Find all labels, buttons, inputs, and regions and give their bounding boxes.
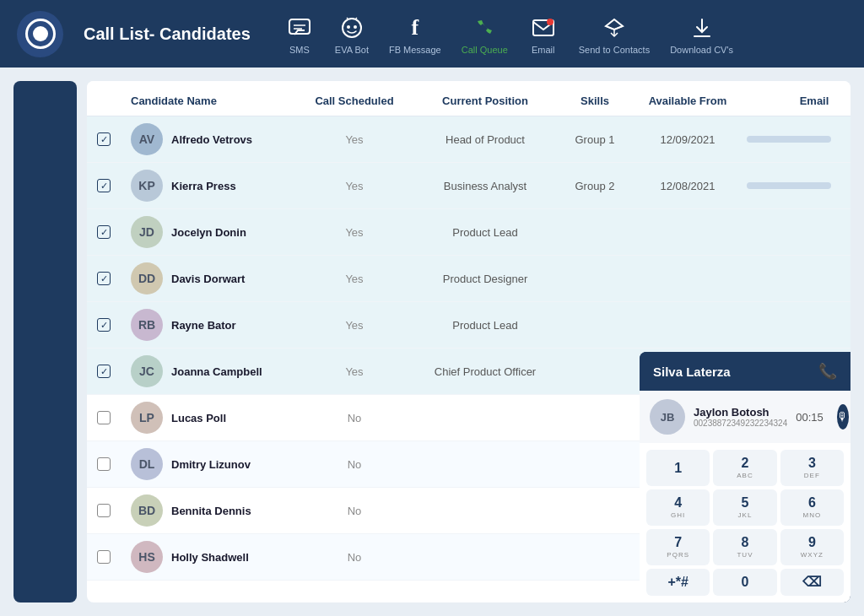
row-checkbox[interactable] xyxy=(97,457,111,471)
checkbox-cell[interactable] xyxy=(97,550,131,564)
dial-key-2[interactable]: 2ABC xyxy=(713,450,776,486)
dial-key-0[interactable]: 0 xyxy=(713,569,776,596)
dialer-contact-name: Silva Laterza xyxy=(653,365,731,379)
checkbox-cell[interactable]: ✓ xyxy=(97,132,131,146)
callqueue-label: Call Queue xyxy=(462,45,508,55)
table-row: ✓ AV Alfredo Vetrovs Yes Head of Product… xyxy=(87,116,850,163)
avatar: JD xyxy=(131,216,163,248)
position-cell: Product Designer xyxy=(409,273,561,285)
candidate-cell: LP Lucas Poll xyxy=(131,402,300,434)
checkbox-cell[interactable]: ✓ xyxy=(97,365,131,378)
col-call-scheduled: Call Scheduled xyxy=(300,95,409,107)
fb-label: FB Message xyxy=(389,45,441,55)
nav-sendcontacts[interactable]: Send to Contacts xyxy=(579,13,650,55)
call-scheduled-cell: Yes xyxy=(300,133,409,146)
avatar: HS xyxy=(131,541,163,573)
call-scheduled-cell: Yes xyxy=(300,319,409,332)
row-checkbox[interactable]: ✓ xyxy=(97,272,111,285)
dial-key-9[interactable]: 9WXYZ xyxy=(780,529,844,565)
candidate-cell: JD Jocelyn Donin xyxy=(131,216,300,248)
nav-fb[interactable]: f FB Message xyxy=(389,13,441,55)
dial-key-8[interactable]: 8TUV xyxy=(713,529,776,565)
email-cell xyxy=(747,182,850,189)
nav-callqueue[interactable]: Call Queue xyxy=(462,13,508,55)
dial-key-3[interactable]: 3DEF xyxy=(780,450,844,486)
dial-key-6[interactable]: 6MNO xyxy=(780,489,844,526)
callqueue-icon xyxy=(469,13,500,43)
table-header: Candidate Name Call Scheduled Current Po… xyxy=(87,81,850,116)
checkbox-cell[interactable]: ✓ xyxy=(97,225,131,239)
available-from-cell: 12/09/2021 xyxy=(629,133,747,146)
mic-button[interactable]: 🎙 xyxy=(837,404,849,430)
row-checkbox[interactable]: ✓ xyxy=(97,179,111,192)
sidebar-left xyxy=(14,81,77,602)
avatar: JC xyxy=(131,355,163,387)
dial-key-4[interactable]: 4GHI xyxy=(646,489,710,526)
dialer-body: 12ABC3DEF4GHI5JKL6MNO7PQRS8TUV9WXYZ+*#0⌫ xyxy=(640,443,850,602)
table-row: ✓ RB Rayne Bator Yes Product Lead xyxy=(87,302,850,349)
nav-downloadcv[interactable]: Download CV's xyxy=(670,13,733,55)
dial-key-1[interactable]: 1 xyxy=(646,450,710,486)
avatar: DL xyxy=(131,448,163,480)
candidate-name: Davis Dorwart xyxy=(171,273,245,285)
dial-key-+*#[interactable]: +*# xyxy=(646,569,710,596)
sms-icon xyxy=(284,13,315,43)
candidate-cell: DD Davis Dorwart xyxy=(131,262,300,294)
sendcontacts-icon xyxy=(599,13,629,43)
row-checkbox[interactable]: ✓ xyxy=(97,225,111,239)
caller-name: Jaylon Botosh xyxy=(694,406,787,419)
page-title: Call List- Candidates xyxy=(84,24,251,44)
evabot-label: EVA Bot xyxy=(335,45,369,55)
checkbox-cell[interactable] xyxy=(97,411,131,424)
email-cell xyxy=(747,136,850,143)
dialer-header: Silva Laterza 📞 xyxy=(640,352,850,391)
dial-key-7[interactable]: 7PQRS xyxy=(646,529,710,565)
call-scheduled-cell: Yes xyxy=(300,365,409,378)
checkbox-cell[interactable]: ✓ xyxy=(97,272,131,285)
candidate-name: Kierra Press xyxy=(171,180,236,192)
row-checkbox[interactable] xyxy=(97,550,111,564)
col-checkbox xyxy=(97,95,131,107)
sendcontacts-label: Send to Contacts xyxy=(579,45,650,55)
col-current-position: Current Position xyxy=(409,95,561,107)
caller-avatar: JB xyxy=(650,399,685,435)
skills-cell: Group 1 xyxy=(561,133,629,146)
dialer-phone-icon[interactable]: 📞 xyxy=(818,362,837,381)
checkbox-cell[interactable] xyxy=(97,457,131,471)
skills-cell: Group 2 xyxy=(561,180,629,192)
caller-number: 00238872349232234324 xyxy=(694,419,787,428)
position-cell: Product Lead xyxy=(409,319,561,332)
candidate-name: Lucas Poll xyxy=(171,412,226,424)
candidate-cell: RB Rayne Bator xyxy=(131,309,300,341)
col-available-from: Available From xyxy=(629,95,747,107)
row-checkbox[interactable] xyxy=(97,504,111,517)
dial-key-5[interactable]: 5JKL xyxy=(713,489,776,526)
row-checkbox[interactable]: ✓ xyxy=(97,132,111,146)
row-checkbox[interactable]: ✓ xyxy=(97,365,111,378)
row-checkbox[interactable]: ✓ xyxy=(97,318,111,332)
nav-email[interactable]: Email xyxy=(528,13,559,55)
call-scheduled-cell: Yes xyxy=(300,226,409,239)
candidate-name: Alfredo Vetrovs xyxy=(171,133,252,146)
checkbox-cell[interactable] xyxy=(97,504,131,517)
row-checkbox[interactable] xyxy=(97,411,111,424)
avatar: LP xyxy=(131,402,163,434)
sms-label: SMS xyxy=(289,45,310,55)
checkbox-cell[interactable]: ✓ xyxy=(97,179,131,192)
dial-key-⌫[interactable]: ⌫ xyxy=(780,569,844,596)
candidate-name: Rayne Bator xyxy=(171,319,236,332)
logo-icon xyxy=(25,19,56,49)
table-row: ✓ JD Jocelyn Donin Yes Product Lead xyxy=(87,209,850,256)
dialer-main-grid: 12ABC3DEF4GHI5JKL6MNO7PQRS8TUV9WXYZ xyxy=(646,450,844,565)
dialer-bottom-row: +*#0⌫ xyxy=(646,569,844,596)
nav-actions: SMS EVA Bot f FB Message xyxy=(284,13,847,55)
content-area: Candidate Name Call Scheduled Current Po… xyxy=(87,81,850,602)
nav-sms[interactable]: SMS xyxy=(284,13,315,55)
nav-evabot[interactable]: EVA Bot xyxy=(335,13,369,55)
candidate-name: Joanna Campbell xyxy=(171,365,262,378)
logo xyxy=(17,11,63,57)
email-bar xyxy=(747,182,831,189)
checkbox-cell[interactable]: ✓ xyxy=(97,318,131,332)
candidate-cell: DL Dmitry Lizunov xyxy=(131,448,300,480)
candidate-name: Bennita Dennis xyxy=(171,505,251,517)
